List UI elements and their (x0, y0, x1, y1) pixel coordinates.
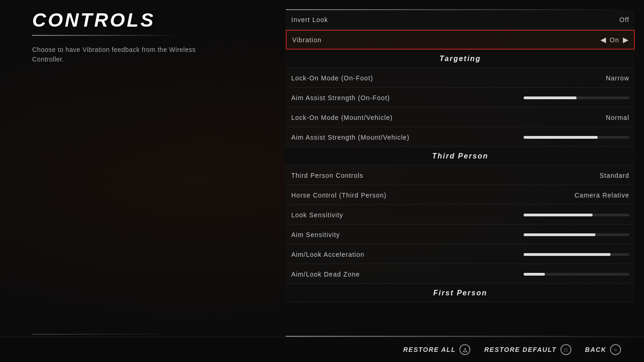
vibration-label: Vibration (292, 36, 322, 44)
setting-row-lock-on-mount[interactable]: Lock-On Mode (Mount/Vehicle) Normal (286, 108, 635, 127)
setting-row-invert-look[interactable]: Invert Look Off (286, 10, 635, 29)
invert-look-label: Invert Look (291, 16, 328, 23)
page-title: CONTROLS (32, 9, 211, 31)
restore-default-label: Restore Default (484, 346, 556, 353)
aim-assist-foot-label: Aim Assist Strength (On-Foot) (291, 94, 390, 102)
invert-look-value: Off (620, 16, 629, 23)
section-header-third-person: Third Person (286, 147, 635, 165)
section-header-targeting: Targeting (286, 50, 635, 68)
vibration-value-container: ◀ On ▶ (600, 35, 628, 44)
horse-control-value: Camera Relative (575, 192, 629, 199)
square-icon: □ (560, 344, 571, 355)
aim-assist-foot-track (524, 96, 629, 99)
look-sensitivity-fill (524, 214, 593, 216)
setting-row-aim-assist-foot[interactable]: Aim Assist Strength (On-Foot) (286, 88, 635, 107)
page-container: CONTROLS Choose to have Vibration feedba… (0, 0, 644, 362)
aim-sensitivity-slider[interactable] (524, 233, 629, 236)
targeting-label: Targeting (440, 55, 481, 62)
back-label: Back (585, 346, 606, 353)
restore-default-action[interactable]: Restore Default □ (484, 344, 571, 355)
aim-assist-foot-slider[interactable] (524, 96, 629, 99)
aim-assist-foot-fill (524, 96, 576, 99)
left-panel: CONTROLS Choose to have Vibration feedba… (32, 9, 211, 64)
setting-row-aim-assist-mount[interactable]: Aim Assist Strength (Mount/Vehicle) (286, 128, 635, 147)
setting-row-lock-on-foot[interactable]: Lock-On Mode (On-Foot) Narrow (286, 68, 635, 88)
third-person-label: Third Person (432, 152, 489, 160)
aim-sensitivity-label: Aim Sensitivity (291, 231, 340, 238)
third-person-controls-value: Standard (599, 172, 629, 179)
setting-row-look-sensitivity[interactable]: Look Sensitivity (286, 205, 635, 225)
setting-row-aim-look-acceleration[interactable]: Aim/Look Acceleration (286, 245, 635, 264)
lock-on-mount-label: Lock-On Mode (Mount/Vehicle) (291, 114, 393, 121)
aim-assist-mount-track (524, 136, 629, 139)
lock-on-mount-value: Normal (606, 114, 629, 121)
setting-row-third-person-controls[interactable]: Third Person Controls Standard (286, 166, 635, 185)
setting-row-aim-look-dead-zone[interactable]: Aim/Look Dead Zone (286, 265, 635, 284)
section-header-first-person: First Person (286, 284, 635, 302)
setting-row-horse-control[interactable]: Horse Control (Third Person) Camera Rela… (286, 186, 635, 205)
lock-on-foot-label: Lock-On Mode (On-Foot) (291, 74, 373, 82)
aim-look-dead-zone-fill (524, 273, 545, 276)
restore-all-action[interactable]: Restore All △ (403, 344, 471, 355)
look-sensitivity-slider[interactable] (524, 214, 629, 216)
aim-look-dead-zone-slider[interactable] (524, 273, 629, 276)
aim-sensitivity-track (524, 233, 629, 236)
aim-look-acceleration-track (524, 253, 629, 256)
bottom-bar: Restore All △ Restore Default □ Back ○ (0, 337, 644, 362)
first-person-label: First Person (433, 289, 487, 297)
look-sensitivity-track (524, 214, 629, 216)
aim-look-dead-zone-label: Aim/Look Dead Zone (291, 271, 360, 278)
vibration-arrow-right[interactable]: ▶ (623, 35, 628, 44)
vibration-value: On (610, 36, 619, 44)
page-description: Choose to have Vibration feedback from t… (32, 45, 211, 64)
aim-look-acceleration-slider[interactable] (524, 253, 629, 256)
right-panel: Invert Look Off Vibration ◀ On ▶ Targeti… (286, 9, 635, 339)
settings-list: Invert Look Off Vibration ◀ On ▶ Targeti… (286, 10, 635, 302)
aim-assist-mount-slider[interactable] (524, 136, 629, 139)
setting-row-vibration[interactable]: Vibration ◀ On ▶ (286, 30, 635, 50)
bottom-divider-left (32, 334, 179, 334)
back-action[interactable]: Back ○ (585, 344, 621, 355)
lock-on-foot-value: Narrow (606, 74, 629, 82)
aim-look-dead-zone-track (524, 273, 629, 276)
setting-row-aim-sensitivity[interactable]: Aim Sensitivity (286, 225, 635, 244)
restore-all-label: Restore All (403, 346, 456, 353)
aim-look-acceleration-label: Aim/Look Acceleration (291, 251, 365, 258)
aim-assist-mount-fill (524, 136, 598, 139)
aim-assist-mount-label: Aim Assist Strength (Mount/Vehicle) (291, 134, 410, 141)
title-divider (32, 35, 179, 36)
third-person-controls-label: Third Person Controls (291, 172, 363, 179)
circle-icon: ○ (610, 344, 621, 355)
aim-look-acceleration-fill (524, 253, 610, 256)
look-sensitivity-label: Look Sensitivity (291, 211, 343, 219)
aim-sensitivity-fill (524, 233, 595, 236)
horse-control-label: Horse Control (Third Person) (291, 192, 387, 199)
vibration-arrow-left[interactable]: ◀ (600, 35, 606, 44)
triangle-icon: △ (459, 344, 470, 355)
